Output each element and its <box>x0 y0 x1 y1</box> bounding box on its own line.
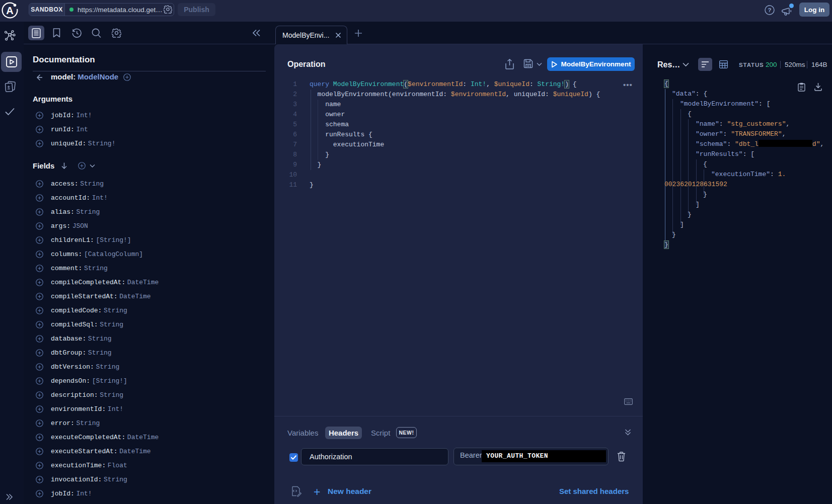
svg-text:A: A <box>6 5 13 16</box>
svg-text:?: ? <box>768 7 771 13</box>
